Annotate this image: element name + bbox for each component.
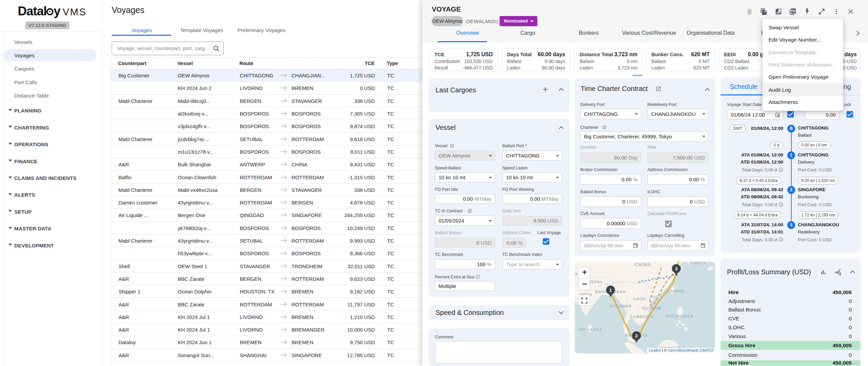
svg-text:3: 3 [675, 266, 678, 271]
svg-text:CAMBODIA: CAMBODIA [630, 315, 654, 319]
svg-text:TAIWAN: TAIWAN [668, 289, 685, 293]
svg-text:CHINA: CHINA [635, 262, 651, 267]
svg-text:KOREA: KOREA [690, 262, 706, 265]
svg-text:SRI LANKA: SRI LANKA [578, 327, 602, 332]
svg-text:LAOS: LAOS [633, 297, 645, 301]
svg-text:NEPAL: NEPAL [588, 280, 603, 284]
svg-text:PHILIPPINES: PHILIPPINES [666, 314, 694, 318]
svg-text:2: 2 [635, 333, 638, 338]
svg-text:VIETNAM: VIETNAM [642, 306, 661, 310]
svg-text:1: 1 [609, 288, 612, 293]
svg-text:MYANMAR: MYANMAR [610, 304, 632, 308]
